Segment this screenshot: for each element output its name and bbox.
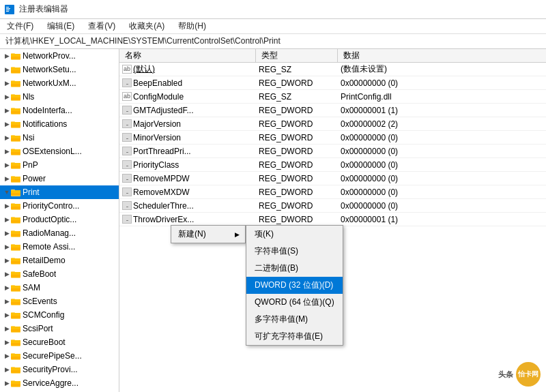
context-menu-new[interactable]: 新建(N) ▶: [171, 226, 245, 243]
folder-icon: [11, 283, 20, 292]
tree-item-remoteassist[interactable]: ▶ Remote Assi...: [0, 240, 119, 254]
tree-arrow-icon: ▶: [3, 257, 11, 264]
table-row[interactable]: abConfigModuleREG_SZPrintConfig.dll: [119, 90, 546, 104]
tree-item-retaildemo[interactable]: ▶ RetailDemo: [0, 254, 119, 267]
submenu-item-dword32[interactable]: DWORD (32 位值)(D): [246, 277, 343, 294]
tree-item-nodeinterface[interactable]: ▶ NodeInterfa...: [0, 104, 119, 117]
table-row[interactable]: ...RemoveMPDWREG_DWORD0x00000000 (0): [119, 172, 546, 185]
tree-item-print[interactable]: ▼ Print: [0, 185, 119, 199]
tree-item-securityprov[interactable]: ▶ SecurityProvi...: [0, 363, 119, 376]
menu-favorites[interactable]: 收藏夹(A): [125, 20, 169, 33]
table-row[interactable]: ...PortThreadPri...REG_DWORD0x00000000 (…: [119, 145, 546, 158]
tree-item-secureboot[interactable]: ▶ SecureBoot: [0, 335, 119, 349]
cell-data: 0x00000000 (0): [338, 158, 546, 171]
table-row[interactable]: ...BeepEnabledREG_DWORD0x00000000 (0): [119, 76, 546, 90]
tree-arrow-icon: ▶: [3, 312, 11, 318]
submenu-item-multistr[interactable]: 多字符串值(M): [246, 311, 343, 328]
tree-label: SecureBoot: [23, 337, 66, 347]
cell-type: REG_DWORD: [256, 213, 338, 226]
svg-rect-19: [11, 81, 20, 84]
submenu-item-xiang[interactable]: 项(K): [246, 226, 343, 243]
dword-icon: ...: [122, 187, 132, 196]
tree-item-scsiport[interactable]: ▶ ScsiPort: [0, 322, 119, 335]
tree-item-power[interactable]: ▶ Power: [0, 172, 119, 185]
tree-item-pnp[interactable]: ▶ PnP: [0, 158, 119, 172]
folder-icon: [11, 324, 20, 333]
folder-icon: [11, 119, 20, 129]
tree-item-productoptions[interactable]: ▶ ProductOptic...: [0, 213, 119, 226]
tree-label: RadioManag...: [23, 228, 76, 238]
tree-item-osextension[interactable]: ▶ OSExtensionL...: [0, 145, 119, 158]
tree-label: SafeBoot: [23, 269, 56, 279]
table-row[interactable]: ...PriorityClassREG_DWORD0x00000000 (0): [119, 158, 546, 172]
tree-item-notifications[interactable]: ▶ Notifications: [0, 117, 119, 131]
menu-file[interactable]: 文件(F): [3, 20, 38, 33]
tree-item-networkprov[interactable]: ▶ NetworkProv...: [0, 49, 119, 63]
tree-item-networkset[interactable]: ▶ NetworkSetu...: [0, 63, 119, 76]
cell-data: 0x00000000 (0): [338, 185, 546, 198]
tree-label: Print: [23, 187, 40, 197]
tree-label: NetworkProv...: [23, 51, 76, 61]
context-menu-container: 新建(N) ▶ 项(K)字符串值(S)二进制值(B)DWORD (32 位值)(…: [171, 225, 343, 346]
folder-icon: [11, 337, 20, 347]
svg-rect-74: [11, 231, 20, 234]
folder-icon: [11, 160, 20, 170]
submenu-item-expandstr[interactable]: 可扩充字符串值(E): [246, 328, 343, 345]
table-row[interactable]: ab(默认)REG_SZ(数值未设置): [119, 63, 546, 76]
tree-label: Nsi: [23, 133, 34, 142]
tree-item-sam[interactable]: ▶ SAM: [0, 281, 119, 295]
submenu-item-qword64[interactable]: QWORD (64 位值)(Q): [246, 294, 343, 311]
tree-label: Power: [23, 174, 46, 183]
cell-type: REG_DWORD: [256, 104, 338, 117]
tree-label: SecurePipeSe...: [23, 351, 82, 361]
cell-name: ...GMTAdjustedF...: [119, 104, 256, 117]
cell-name: ...PortThreadPri...: [119, 145, 256, 157]
table-row[interactable]: ...MajorVersionREG_DWORD0x00000002 (2): [119, 117, 546, 131]
cell-data: 0x00000000 (0): [338, 199, 546, 212]
submenu-item-strval[interactable]: 字符串值(S): [246, 243, 343, 260]
svg-rect-49: [11, 163, 20, 166]
svg-rect-99: [11, 299, 20, 302]
table-row[interactable]: ...MinorVersionREG_DWORD0x00000000 (0): [119, 131, 546, 145]
col-header-type: 类型: [256, 49, 338, 62]
submenu[interactable]: 项(K)字符串值(S)二进制值(B)DWORD (32 位值)(D)QWORD …: [246, 225, 343, 346]
watermark: 头条 怡卡网: [498, 362, 541, 387]
table-row[interactable]: ...GMTAdjustedF...REG_DWORD0x00000001 (1…: [119, 104, 546, 117]
table-row[interactable]: ...RemoveMXDWREG_DWORD0x00000000 (0): [119, 185, 546, 199]
tree-item-nsi[interactable]: ▶ Nsi: [0, 131, 119, 145]
submenu-item-binval[interactable]: 二进制值(B): [246, 260, 343, 277]
cell-data: 0x00000001 (1): [338, 104, 546, 117]
name-text: RemoveMXDW: [133, 187, 190, 197]
cell-data: 0x00000000 (0): [338, 145, 546, 157]
tree-label: ScEvents: [23, 297, 57, 306]
tree-arrow-icon: ▶: [3, 298, 11, 305]
tree-item-networkuxm[interactable]: ▶ NetworkUxM...: [0, 76, 119, 90]
tree-item-radiomanag[interactable]: ▶ RadioManag...: [0, 226, 119, 240]
folder-icon: [11, 92, 20, 102]
svg-rect-104: [11, 313, 20, 316]
cell-name: ...MinorVersion: [119, 131, 256, 144]
menu-view[interactable]: 查看(V): [84, 20, 119, 33]
tree-item-scmconfig[interactable]: ▶ SCMConfig: [0, 308, 119, 322]
table-row[interactable]: ...SchedulerThre...REG_DWORD0x00000000 (…: [119, 199, 546, 213]
dword-icon: ...: [122, 106, 132, 115]
ab-icon: ab: [122, 92, 132, 101]
menu-edit[interactable]: 编辑(E): [43, 20, 78, 33]
tree-item-securepipe[interactable]: ▶ SecurePipeSe...: [0, 349, 119, 363]
tree-item-prioritycontrol[interactable]: ▶ PriorityContro...: [0, 199, 119, 213]
menu-help[interactable]: 帮助(H): [174, 20, 210, 33]
table-header: 名称 类型 数据: [119, 49, 546, 63]
tree-item-nls[interactable]: ▶ Nls: [0, 90, 119, 104]
tree-arrow-icon: ▶: [3, 175, 11, 182]
context-menu[interactable]: 新建(N) ▶: [171, 225, 246, 243]
tree-arrow-icon: ▶: [3, 202, 11, 209]
tree-item-scevents[interactable]: ▶ ScEvents: [0, 295, 119, 308]
folder-icon: [11, 51, 20, 61]
tree-arrow-icon: ▶: [3, 243, 11, 250]
tree-arrow-icon: ▶: [3, 134, 11, 141]
table-row[interactable]: ...ThrowDriverEx...REG_DWORD0x00000001 (…: [119, 213, 546, 226]
tree-arrow-icon: ▶: [3, 271, 11, 277]
tree-item-safeboot[interactable]: ▶ SafeBoot: [0, 267, 119, 281]
dword-icon: ...: [122, 133, 132, 142]
tree-item-serviceaggreg[interactable]: ▶ ServiceAggre...: [0, 376, 119, 390]
